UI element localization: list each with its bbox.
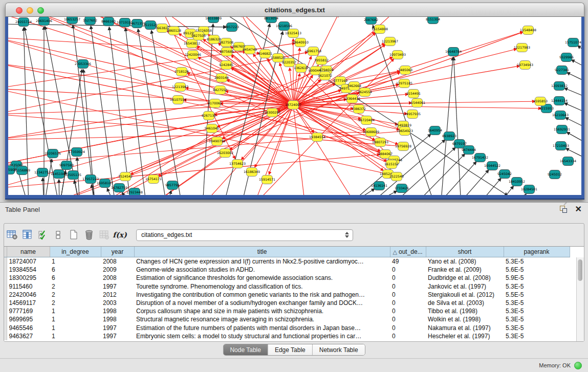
graph-node[interactable]: 12213967 [382, 37, 398, 46]
graph-node[interactable]: 8151304 [426, 17, 440, 24]
graph-node[interactable]: 7462664 [347, 82, 361, 91]
graph-node[interactable]: 11544061 [409, 99, 425, 107]
table-cell[interactable]: 0 [390, 274, 426, 282]
graph-node[interactable]: 9242845 [219, 61, 233, 70]
graph-node[interactable]: 16648784 [445, 48, 462, 56]
graph-node[interactable]: 15751074 [565, 38, 581, 47]
graph-edge[interactable] [435, 162, 476, 195]
table-cell[interactable]: 0 [390, 315, 426, 323]
graph-node[interactable]: 8170061 [208, 99, 222, 108]
table-row[interactable]: 1830029562008Estimation of significance … [4, 274, 570, 282]
table-cell[interactable]: 1998 [101, 307, 134, 315]
graph-node[interactable]: 1640954 [428, 126, 442, 135]
table-cell[interactable]: Estimation of significance thresholds fo… [134, 274, 390, 282]
graph-node[interactable]: 9245012 [548, 170, 562, 179]
table-cell[interactable]: Investigating the contribution of common… [134, 291, 390, 299]
float-panel-icon[interactable] [560, 206, 567, 213]
table-cell[interactable]: 18300295 [7, 274, 50, 282]
graph-edge[interactable] [346, 189, 375, 195]
graph-edge[interactable] [412, 154, 465, 195]
graph-node[interactable]: 9146821 [258, 50, 272, 58]
table-cell[interactable]: 9463627 [7, 332, 50, 340]
table-cell[interactable]: 2012 [101, 291, 134, 299]
graph-node[interactable]: 9857791 [165, 181, 180, 190]
graph-node[interactable]: 1621072 [318, 72, 332, 80]
graph-node[interactable]: 9827505 [191, 32, 206, 40]
table-cell[interactable]: 1 [50, 257, 101, 266]
graph-node[interactable]: 18807293 [372, 138, 388, 147]
graph-node[interactable]: 16543812 [184, 39, 200, 48]
vertical-scrollbar[interactable] [576, 257, 584, 341]
graph-edge[interactable] [8, 52, 308, 114]
tab-network-table[interactable]: Network Table [313, 344, 365, 355]
graph-node[interactable]: 9827508 [219, 38, 233, 47]
table-row[interactable]: 1872400712008Changes of HCN gene express… [4, 257, 570, 266]
graph-edge[interactable] [59, 180, 59, 195]
table-cell[interactable]: 22420046 [7, 291, 50, 299]
graph-node[interactable]: 1615152 [384, 160, 399, 169]
graph-node[interactable]: 7955812 [314, 56, 329, 65]
graph-node[interactable]: 8454749 [243, 46, 257, 54]
table-cell[interactable]: 5.3E-5 [504, 315, 570, 323]
graph-edge[interactable] [456, 170, 489, 195]
graph-edge[interactable] [578, 46, 581, 53]
graph-node[interactable]: 1733426 [395, 184, 409, 193]
table-cell[interactable]: 0 [390, 299, 426, 307]
table-cell[interactable]: 0 [390, 291, 426, 299]
graph-node[interactable]: 9777169 [333, 77, 347, 85]
table-cell[interactable]: 5.3E-5 [504, 282, 570, 291]
graph-node[interactable]: 14957935 [404, 110, 421, 119]
graph-edge[interactable] [565, 118, 581, 128]
table-cell[interactable]: 9465546 [7, 324, 50, 332]
graph-edge[interactable] [373, 25, 435, 195]
table-cell[interactable]: Tourette syndrome. Phenomenology and cla… [134, 282, 390, 291]
graph-node[interactable]: 1527602 [83, 17, 97, 25]
table-cell[interactable]: Structural magnetic resonance image aver… [134, 315, 390, 323]
graph-node[interactable]: 1362615 [294, 64, 308, 73]
table-cell[interactable]: 2008 [101, 257, 134, 266]
table-cell[interactable]: 0 [390, 307, 426, 315]
graph-node[interactable]: 12217983 [514, 43, 530, 52]
table-cell[interactable]: 9699695 [7, 315, 50, 323]
table-cell[interactable]: 2008 [101, 274, 134, 282]
graph-edge[interactable] [517, 194, 526, 195]
table-selector-combo[interactable]: citations_edges.txt [136, 229, 353, 241]
table-cell[interactable]: 2003 [101, 299, 134, 307]
graph-node[interactable]: 8466160 [101, 17, 116, 26]
graph-edge[interactable] [293, 105, 304, 195]
graph-node[interactable]: 16961758 [305, 47, 321, 56]
table-row[interactable]: 977716911998Corpus callosum shape and si… [4, 307, 570, 315]
table-cell[interactable]: 14569117 [7, 299, 50, 307]
graph-node[interactable]: 18640910 [292, 38, 309, 47]
rows-icon[interactable] [52, 228, 64, 242]
table-column-icon[interactable] [21, 228, 34, 242]
table-row[interactable]: 2242004622012Investigating the contribut… [4, 291, 570, 299]
graph-node[interactable]: 3624554 [358, 88, 372, 97]
column-header-short[interactable]: short [426, 247, 504, 257]
zoom-window-button[interactable] [37, 7, 44, 14]
graph-node[interactable]: 7485063 [398, 66, 412, 75]
graph-node[interactable]: 9474444 [462, 146, 476, 155]
network-canvas[interactable]: 2405572420691406106532571527602846616010… [8, 17, 581, 195]
table-cell[interactable]: 2009 [101, 266, 134, 274]
table-settings-icon[interactable] [6, 228, 18, 242]
tab-node-table[interactable]: Node Table [223, 344, 268, 355]
graph-node[interactable]: 8813054 [264, 17, 278, 23]
table-cell[interactable]: Embryonic stem cells: a model to study s… [134, 332, 390, 340]
table-cell[interactable]: Wolkin et al. (1998) [426, 315, 504, 323]
graph-node[interactable]: 16033809 [205, 17, 222, 23]
table-cell[interactable]: Stergiakouli et al. (2012) [426, 291, 504, 299]
network-view-window[interactable]: citations_edges.txt 24055724206914061065… [5, 3, 584, 200]
table-cell[interactable]: 6 [50, 266, 101, 274]
table-cell[interactable]: 1 [50, 332, 101, 340]
graph-node[interactable]: 16791432 [472, 154, 488, 162]
minimize-window-button[interactable] [27, 7, 33, 14]
graph-edge[interactable] [564, 103, 581, 113]
table-row[interactable]: 946362711997Embryonic stem cells: a mode… [4, 332, 570, 340]
graph-node[interactable]: 9875685 [220, 48, 234, 56]
table-cell[interactable]: 2 [50, 282, 101, 291]
graph-node[interactable]: 7524542 [118, 172, 133, 181]
table-cell[interactable]: 9115460 [7, 282, 50, 291]
column-header-year[interactable]: year [101, 247, 134, 257]
graph-node[interactable]: 10944522 [484, 162, 500, 170]
